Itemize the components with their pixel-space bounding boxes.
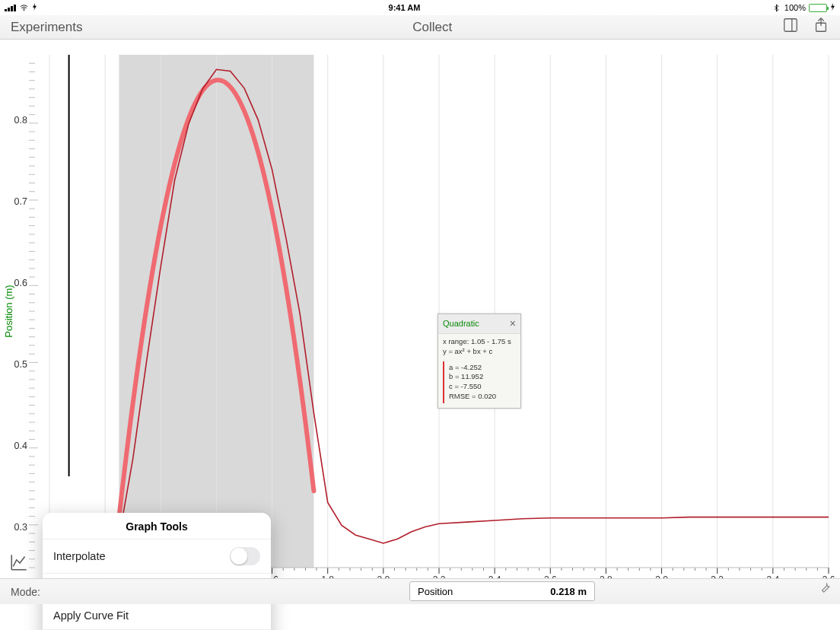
share-icon[interactable] bbox=[813, 17, 829, 37]
layout-icon[interactable] bbox=[782, 17, 799, 37]
graph-tools-title: Graph Tools bbox=[43, 513, 271, 539]
fit-title: Quadratic bbox=[443, 318, 479, 329]
interpolate-toggle[interactable] bbox=[230, 547, 260, 565]
interpolate-label: Interpolate bbox=[53, 550, 106, 562]
curve-fit-info[interactable]: Quadratic × x range: 1.05 - 1.75 s y = a… bbox=[438, 313, 521, 409]
curve-fit-label: Apply Curve Fit bbox=[53, 609, 129, 622]
graph-tools-popover: Graph Tools Interpolate View Statistics … bbox=[43, 513, 271, 630]
cell-signal-icon bbox=[5, 5, 16, 11]
fit-a: a = -4.252 bbox=[449, 363, 513, 373]
svg-text:Position (m): Position (m) bbox=[3, 285, 14, 337]
experiments-button[interactable]: Experiments bbox=[11, 20, 82, 35]
status-bar: 9:41 AM 100% bbox=[0, 0, 840, 15]
svg-text:0.7: 0.7 bbox=[14, 196, 27, 207]
apply-curve-fit-row[interactable]: Apply Curve Fit bbox=[43, 601, 271, 629]
battery-percent: 100% bbox=[784, 3, 806, 12]
mode-label: Mode: bbox=[11, 586, 40, 598]
meter-readout[interactable]: Position 0.218 m bbox=[409, 581, 595, 601]
svg-text:0.6: 0.6 bbox=[14, 278, 27, 288]
svg-point-0 bbox=[24, 9, 24, 10]
collect-button[interactable]: Collect bbox=[412, 20, 452, 35]
svg-text:0.8: 0.8 bbox=[14, 115, 27, 126]
graph-tools-icon[interactable] bbox=[9, 552, 29, 575]
clock: 9:41 AM bbox=[389, 3, 421, 12]
svg-text:0.5: 0.5 bbox=[14, 359, 27, 370]
fit-b: b = 11.952 bbox=[449, 372, 513, 382]
svg-text:0.3: 0.3 bbox=[14, 522, 27, 533]
bluetooth-icon bbox=[772, 4, 781, 12]
close-icon[interactable]: × bbox=[510, 317, 516, 331]
settings-icon[interactable] bbox=[819, 581, 832, 598]
fit-c: c = -7.550 bbox=[449, 382, 513, 392]
interpolate-row[interactable]: Interpolate bbox=[43, 539, 271, 573]
fit-xrange: x range: 1.05 - 1.75 s bbox=[443, 337, 516, 347]
svg-text:0.4: 0.4 bbox=[14, 441, 27, 451]
charging-icon bbox=[32, 3, 37, 12]
fit-rmse: RMSE = 0.020 bbox=[449, 392, 513, 402]
battery-icon bbox=[809, 4, 827, 12]
fit-formula: y = ax² + bx + c bbox=[443, 347, 516, 357]
wifi-icon bbox=[19, 4, 29, 12]
meter-value: 0.218 m bbox=[550, 586, 587, 597]
svg-rect-1 bbox=[784, 19, 797, 32]
charging-icon-2 bbox=[830, 3, 835, 12]
nav-bar: Experiments Collect bbox=[0, 15, 840, 40]
meter-name: Position bbox=[418, 586, 453, 597]
